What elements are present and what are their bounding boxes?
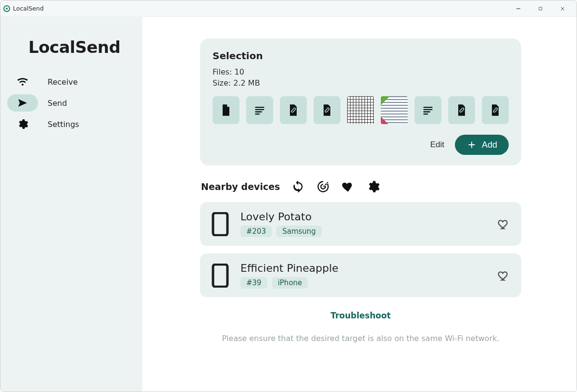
file-icon [219,103,233,117]
add-button-label: Add [482,140,497,150]
plus-icon [466,139,477,150]
device-card[interactable]: Efficient Pineapple #39 iPhone [200,253,521,297]
selection-size: Size: 2.2 MB [213,77,509,89]
text-icon [421,103,435,117]
image-thumbnail[interactable] [381,96,408,124]
window: LocalSend LocalSend Receive Send Setting… [0,0,577,392]
device-card[interactable]: Lovely Potato #203 Samsung [200,202,521,246]
phone-icon [211,212,230,237]
sidebar-item-send[interactable]: Send [7,94,142,112]
file-thumbnail[interactable] [213,96,239,124]
image-preview [381,96,408,124]
add-button[interactable]: Add [455,135,509,155]
attachment-icon [455,103,468,117]
app-icon [3,5,10,12]
attachment-icon [489,103,502,117]
image-thumbnail[interactable] [347,96,374,124]
phone-icon [211,263,230,288]
file-thumbnail[interactable] [448,96,475,124]
device-tag: #203 [240,226,272,237]
send-icon [17,97,28,109]
attachment-icon [320,103,334,117]
favorite-button[interactable] [497,269,511,282]
selection-panel: Selection Files: 10 Size: 2.2 MB [200,38,521,165]
wifi-icon [17,76,28,88]
device-tag: #39 [240,277,267,289]
device-name: Lovely Potato [240,211,487,223]
device-name: Efficient Pineapple [240,262,487,274]
close-button[interactable] [552,0,574,17]
radar-icon[interactable] [316,180,330,193]
sidebar-item-label: Send [48,99,67,108]
refresh-icon[interactable] [291,180,305,193]
file-thumbnail[interactable] [482,96,509,124]
sidebar-item-label: Settings [48,120,79,129]
maximize-button[interactable] [529,0,552,17]
sidebar-item-receive[interactable]: Receive [7,73,142,90]
minimize-button[interactable] [507,0,529,17]
favorite-button[interactable] [497,217,511,231]
close-icon [559,5,566,12]
titlebar: LocalSend [0,0,577,17]
file-thumbnail[interactable] [414,96,441,124]
file-thumbnail[interactable] [246,96,273,124]
nearby-header: Nearby devices [200,180,521,202]
nearby-title: Nearby devices [201,181,280,192]
device-model: iPhone [272,277,308,289]
edit-button[interactable]: Edit [430,140,444,150]
main-content: Selection Files: 10 Size: 2.2 MB [142,17,577,392]
selection-title: Selection [213,50,509,62]
device-model: Samsung [276,226,322,237]
network-hint: Please ensure that the desired target is… [200,334,521,343]
window-title: LocalSend [13,5,44,12]
minimize-icon [515,5,522,12]
app-logo-text: LocalSend [0,29,142,70]
troubleshoot-link[interactable]: Troubleshoot [200,311,521,320]
gear-icon [17,118,28,130]
favorites-icon[interactable] [341,180,355,193]
sidebar-item-settings[interactable]: Settings [7,115,142,133]
maximize-icon [538,6,543,12]
sidebar-item-label: Receive [48,77,78,87]
sidebar: LocalSend Receive Send Settings [0,17,142,392]
image-preview [347,96,374,124]
selection-files-count: Files: 10 [213,66,509,77]
selection-thumbnails [213,96,509,124]
file-thumbnail[interactable] [314,96,340,124]
file-thumbnail[interactable] [280,96,307,124]
text-icon [253,103,266,117]
attachment-icon [287,103,300,117]
settings-icon[interactable] [366,180,380,193]
